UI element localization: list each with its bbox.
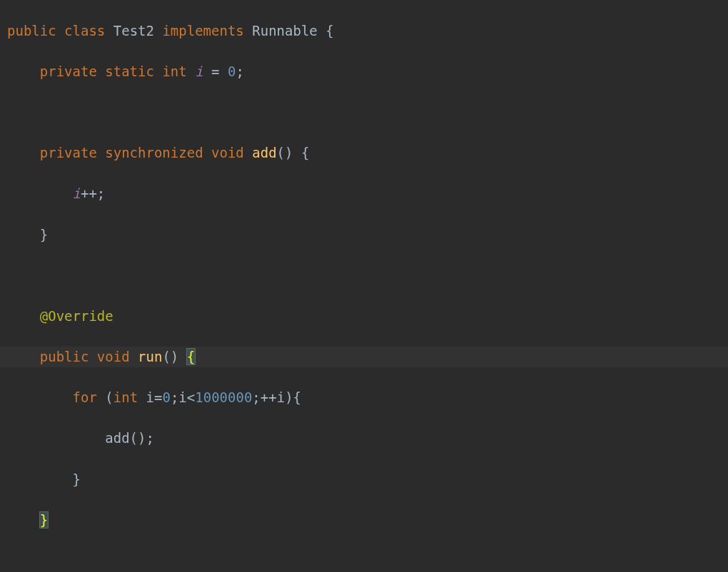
brace-open-matched: { (186, 348, 196, 365)
var-i: i (277, 389, 285, 405)
equals: = (154, 389, 162, 405)
lt-op: < (187, 389, 195, 405)
interface-name: Runnable (252, 23, 318, 39)
var-i: i (178, 389, 186, 405)
keyword-void: void (211, 145, 244, 160)
field-i: i (73, 185, 81, 201)
paren-close: ) (171, 349, 178, 364)
keyword-int: int (162, 63, 186, 79)
keyword-implements: implements (162, 23, 243, 39)
inc-op: ++ (81, 185, 97, 201)
code-line: } (0, 510, 728, 531)
inc-op: ++ (261, 389, 277, 405)
number-limit: 1000000 (195, 389, 252, 405)
call-add: add (105, 430, 129, 446)
brace-close: } (73, 471, 81, 487)
code-line (0, 265, 728, 286)
code-line: for (int i=0;i<1000000;++i){ (0, 387, 728, 408)
keyword-public: public (40, 349, 89, 364)
equals: = (211, 63, 219, 79)
code-line: private static int i = 0; (0, 61, 728, 82)
semicolon: ; (236, 63, 243, 79)
code-line: @Override (0, 306, 728, 327)
keyword-int: int (113, 389, 138, 405)
code-editor[interactable]: public class Test2 implements Runnable {… (0, 0, 728, 572)
code-line: } (0, 469, 728, 490)
code-line: private synchronized void add() { (0, 143, 728, 163)
keyword-public: public (7, 23, 56, 39)
code-line (0, 551, 728, 571)
code-line: } (0, 225, 728, 245)
semicolon: ; (146, 430, 154, 446)
number-zero: 0 (228, 63, 236, 79)
brace-open: { (325, 23, 333, 39)
brace-close-matched: } (39, 511, 49, 528)
field-i: i (195, 63, 203, 79)
code-line: add(); (0, 428, 728, 449)
keyword-private: private (40, 63, 97, 79)
annotation-override: @Override (40, 308, 113, 324)
class-name: Test2 (113, 23, 154, 39)
keyword-void: void (97, 349, 130, 364)
semicolon: ; (252, 389, 260, 405)
paren-open: ( (105, 389, 113, 405)
paren-close: ) (285, 145, 293, 160)
brace-close: } (40, 227, 48, 242)
semicolon: ; (171, 389, 178, 405)
code-line: public class Test2 implements Runnable { (0, 21, 728, 41)
keyword-for: for (73, 389, 97, 405)
number-zero: 0 (162, 389, 170, 405)
keyword-private: private (40, 145, 97, 160)
brace-open: { (301, 145, 309, 160)
paren-close: ) (138, 430, 146, 446)
keyword-synchronized: synchronized (105, 145, 203, 160)
semicolon: ; (97, 185, 105, 201)
paren-open: ( (162, 349, 170, 364)
paren-open: ( (130, 430, 138, 446)
code-line (0, 102, 728, 123)
method-run: run (138, 349, 162, 364)
code-line: i++; (0, 183, 728, 204)
paren-close: ) (285, 389, 293, 405)
paren-open: ( (277, 145, 285, 160)
keyword-static: static (105, 63, 154, 79)
var-i: i (146, 389, 154, 405)
brace-open: { (293, 389, 301, 405)
code-line-current: public void run() { (0, 347, 728, 367)
keyword-class: class (64, 23, 105, 39)
method-add: add (252, 145, 276, 160)
